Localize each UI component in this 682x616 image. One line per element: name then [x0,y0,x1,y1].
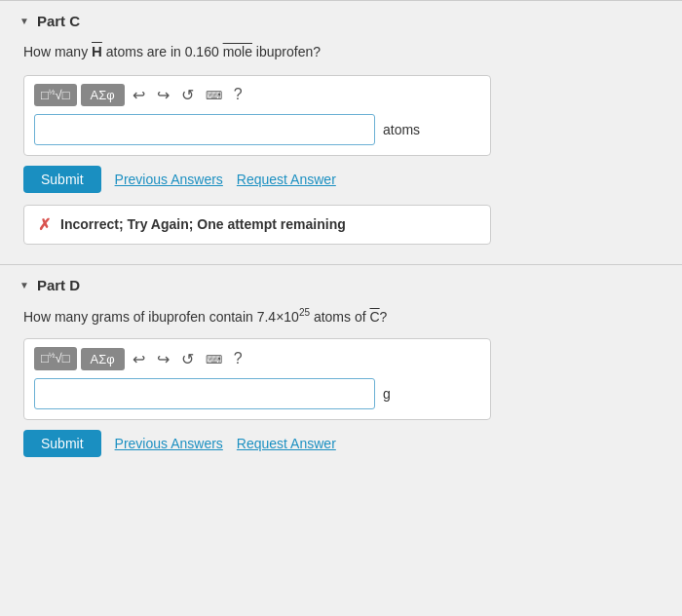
fraction-sqrt-button[interactable]: □½√□ [34,84,77,106]
part-d-toolbar: □½√□ ΑΣφ ↩ ↪ ↺ ⌨ ? [34,347,480,369]
part-d-math-box: □½√□ ΑΣφ ↩ ↪ ↺ ⌨ ? g [23,338,491,419]
part-d-redo-button[interactable]: ↪ [153,348,173,370]
part-d-help-button[interactable]: ? [230,348,246,369]
part-d-question: How many grams of ibuprofen contain 7.4×… [23,305,663,327]
incorrect-icon: ✗ [38,215,51,234]
keyboard-button[interactable]: ⌨ [202,84,226,105]
help-button[interactable]: ? [230,84,246,105]
part-d-unit-label: g [383,386,422,402]
alpha-sigma-phi-button[interactable]: ΑΣφ [81,84,125,106]
redo-icon: ↪ [157,87,170,103]
part-d-undo-icon: ↩ [133,351,145,367]
part-c-H-overline: H [92,43,102,59]
part-d-header[interactable]: ▼ Part D [19,277,663,293]
part-d-fraction-sqrt-label: □½√□ [41,351,70,366]
part-c-header[interactable]: ▼ Part C [19,13,663,29]
part-c-answer-input[interactable] [34,114,375,145]
refresh-button[interactable]: ↺ [177,84,198,106]
keyboard-icon: ⌨ [206,89,222,102]
part-d-arrow-icon: ▼ [19,280,29,290]
part-c-actions: Submit Previous Answers Request Answer [23,166,663,193]
help-icon: ? [234,86,243,102]
undo-button[interactable]: ↩ [129,84,149,106]
part-d-request-answer-button[interactable]: Request Answer [237,436,336,451]
part-d-previous-answers-button[interactable]: Previous Answers [115,436,223,451]
part-c-submit-button[interactable]: Submit [23,166,101,193]
part-d-input-row: g [34,378,480,409]
part-c-toolbar: □½√□ ΑΣφ ↩ ↪ ↺ ⌨ ? [34,84,480,106]
part-c-unit-label: atoms [383,122,422,137]
part-c-request-answer-button[interactable]: Request Answer [237,172,336,187]
part-d-keyboard-button[interactable]: ⌨ [202,348,226,369]
part-d-alpha-sigma-phi-button[interactable]: ΑΣφ [81,348,125,370]
part-d-alpha-sigma-phi-label: ΑΣφ [91,352,115,366]
part-d-keyboard-icon: ⌨ [206,353,222,366]
fraction-sqrt-label: □½√□ [41,88,70,102]
part-d-redo-icon: ↪ [157,351,170,367]
part-c-previous-answers-button[interactable]: Previous Answers [115,172,223,187]
part-d-title: Part D [37,277,80,293]
part-d-exponent: 25 [299,307,310,318]
refresh-icon: ↺ [181,87,194,103]
part-c-section: ▼ Part C How many H atoms are in 0.160 m… [0,0,682,260]
part-d-undo-button[interactable]: ↩ [129,348,149,370]
part-d-refresh-button[interactable]: ↺ [177,348,198,370]
part-d-help-icon: ? [234,350,243,366]
part-c-question: How many H atoms are in 0.160 mole ibupr… [23,41,663,63]
part-d-C-text: C [369,308,379,324]
part-c-title: Part C [37,13,80,29]
alpha-sigma-phi-label: ΑΣφ [91,88,115,102]
part-d-refresh-icon: ↺ [181,351,194,367]
part-d-section: ▼ Part D How many grams of ibuprofen con… [0,264,682,473]
part-d-submit-button[interactable]: Submit [23,430,101,457]
redo-button[interactable]: ↪ [153,84,173,106]
part-c-math-box: □½√□ ΑΣφ ↩ ↪ ↺ ⌨ ? atoms [23,75,491,156]
undo-icon: ↩ [133,87,145,103]
part-d-actions: Submit Previous Answers Request Answer [23,430,663,457]
part-c-feedback-text: Incorrect; Try Again; One attempt remain… [60,216,346,232]
part-c-feedback-box: ✗ Incorrect; Try Again; One attempt rema… [23,205,491,245]
part-c-input-row: atoms [34,114,480,145]
part-d-answer-input[interactable] [34,378,375,409]
part-d-fraction-sqrt-button[interactable]: □½√□ [34,347,77,369]
part-c-mole-text: mole [223,44,252,59]
part-c-arrow-icon: ▼ [19,16,29,26]
